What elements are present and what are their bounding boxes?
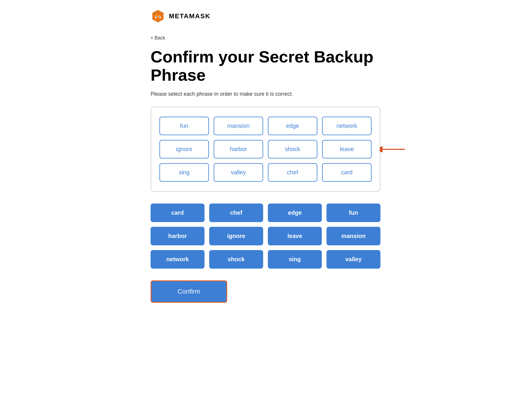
page-subtitle: Please select each phrase in order to ma… xyxy=(151,91,380,97)
svg-point-9 xyxy=(157,18,159,19)
pool-word-11[interactable]: valley xyxy=(326,250,380,269)
pool-word-7[interactable]: mansion xyxy=(326,227,380,245)
svg-point-10 xyxy=(155,17,156,18)
drop-word-3[interactable]: network xyxy=(322,117,372,135)
header: METAMASK xyxy=(151,9,380,24)
drop-word-11[interactable]: card xyxy=(322,163,372,182)
metamask-logo-text: METAMASK xyxy=(169,12,210,20)
svg-marker-1 xyxy=(152,10,164,15)
drop-zone: funmansionedgenetworkignoreharborshockle… xyxy=(151,107,380,192)
drop-word-4[interactable]: ignore xyxy=(159,140,209,158)
drop-word-9[interactable]: valley xyxy=(214,163,263,182)
drop-word-6[interactable]: shock xyxy=(268,140,317,158)
pool-word-5[interactable]: ignore xyxy=(209,227,263,245)
word-pool-grid: cardchefedgefunharborignoreleavemansionn… xyxy=(151,204,380,269)
drop-word-1[interactable]: mansion xyxy=(214,117,263,135)
drop-word-2[interactable]: edge xyxy=(268,117,317,135)
arrow-annotation xyxy=(380,143,406,155)
pool-word-6[interactable]: leave xyxy=(268,227,322,245)
pool-word-8[interactable]: network xyxy=(151,250,205,269)
drop-word-5[interactable]: harbor xyxy=(214,140,263,158)
pool-word-9[interactable]: shock xyxy=(209,250,263,269)
word-pool-section: cardchefedgefunharborignoreleavemansionn… xyxy=(151,204,380,269)
confirm-button[interactable]: Confirm xyxy=(151,280,227,303)
pool-word-0[interactable]: card xyxy=(151,204,205,222)
drop-word-8[interactable]: sing xyxy=(159,163,209,182)
pool-word-10[interactable]: sing xyxy=(268,250,322,269)
pool-word-2[interactable]: edge xyxy=(268,204,322,222)
pool-word-4[interactable]: harbor xyxy=(151,227,205,245)
pool-word-1[interactable]: chef xyxy=(209,204,263,222)
drop-word-10[interactable]: chef xyxy=(268,163,317,182)
drop-zone-grid: funmansionedgenetworkignoreharborshockle… xyxy=(159,117,372,182)
back-link[interactable]: < Back xyxy=(151,35,165,41)
drop-word-0[interactable]: fun xyxy=(159,117,209,135)
pool-word-3[interactable]: fun xyxy=(326,204,380,222)
confirm-section: Confirm xyxy=(151,280,380,303)
drop-word-7[interactable]: leave xyxy=(322,140,372,158)
arrow-icon xyxy=(380,143,406,155)
metamask-logo-icon xyxy=(151,9,165,24)
page-title: Confirm your Secret Backup Phrase xyxy=(151,48,380,84)
svg-point-11 xyxy=(159,17,161,18)
